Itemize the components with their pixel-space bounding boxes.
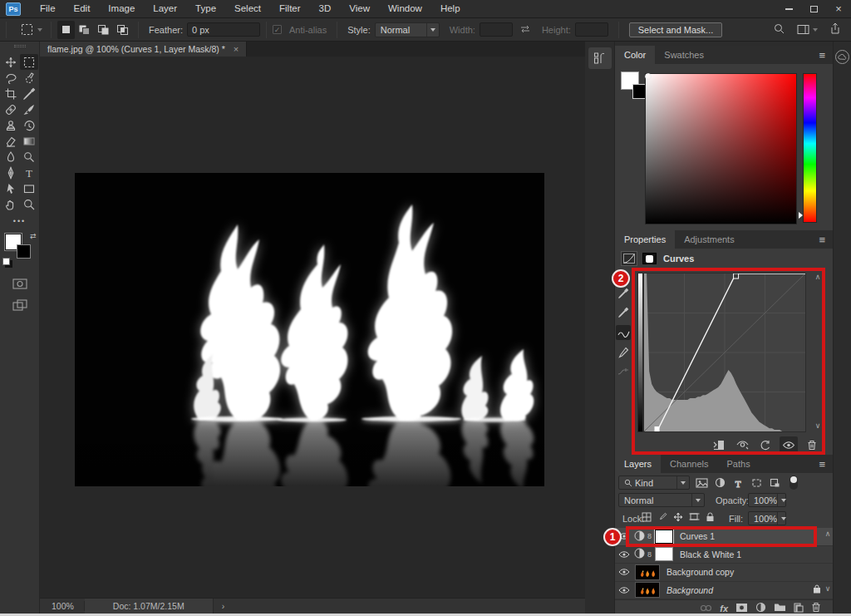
opacity-value-dropdown[interactable]: 100%	[748, 493, 786, 507]
filter-toggle-switch[interactable]	[790, 476, 798, 490]
saturation-brightness-picker[interactable]	[645, 73, 797, 224]
path-selection-tool[interactable]	[2, 180, 20, 196]
status-options-chevron[interactable]: ›	[214, 601, 234, 611]
menu-view[interactable]: View	[340, 0, 379, 17]
zoom-level-field[interactable]: 100%	[40, 601, 85, 611]
tab-swatches[interactable]: Swatches	[655, 46, 713, 64]
brush-tool[interactable]	[20, 101, 38, 117]
swap-colors-icon[interactable]: ⇄	[30, 232, 37, 240]
menu-select[interactable]: Select	[225, 0, 270, 17]
default-colors-icon[interactable]	[2, 258, 10, 265]
white-point-eyedropper-icon[interactable]	[616, 287, 631, 300]
panel-menu-icon[interactable]: ≡	[811, 46, 833, 64]
add-layer-mask-icon[interactable]	[735, 603, 748, 614]
selection-mode-subtract-button[interactable]	[94, 21, 113, 39]
link-layers-icon[interactable]	[700, 604, 712, 614]
zoom-tool[interactable]	[20, 196, 38, 212]
layer-name[interactable]: Black & White 1	[680, 549, 741, 559]
layer-name[interactable]: Curves 1	[680, 531, 715, 541]
canvas[interactable]	[40, 57, 585, 598]
panel-menu-icon[interactable]: ≡	[811, 455, 833, 473]
layer-row-curves-1[interactable]: 8 Curves 1	[615, 528, 833, 546]
clip-to-layer-icon[interactable]	[710, 436, 728, 453]
share-icon[interactable]	[829, 22, 841, 37]
menu-3d[interactable]: 3D	[310, 0, 341, 17]
new-group-folder-icon[interactable]	[774, 603, 786, 614]
scroll-up-icon[interactable]: ∧	[812, 273, 824, 281]
scroll-up-icon[interactable]: ∧	[822, 530, 834, 538]
style-dropdown[interactable]: Normal	[375, 22, 440, 37]
color-picker-marker[interactable]	[645, 73, 652, 80]
hue-slider[interactable]	[803, 73, 817, 223]
filter-adjustment-layers-icon[interactable]	[711, 476, 728, 490]
new-adjustment-layer-icon[interactable]	[755, 602, 766, 614]
rectangle-shape-tool[interactable]	[20, 180, 38, 196]
spot-healing-brush-tool[interactable]	[2, 101, 20, 117]
layer-row-black-white-1[interactable]: 8 Black & White 1	[615, 546, 833, 564]
quick-mask-mode-icon[interactable]	[12, 278, 27, 291]
menu-filter[interactable]: Filter	[270, 0, 310, 17]
lock-transparent-pixels-icon[interactable]	[642, 512, 652, 524]
filter-shape-layers-icon[interactable]	[748, 476, 765, 490]
creative-cloud-icon[interactable]	[835, 50, 849, 64]
menu-type[interactable]: Type	[186, 0, 225, 17]
lock-artboard-icon[interactable]	[689, 512, 700, 524]
blend-mode-dropdown[interactable]: Normal	[618, 493, 705, 507]
menu-window[interactable]: Window	[379, 0, 431, 17]
layer-row-background-copy[interactable]: Background copy	[615, 564, 833, 582]
selection-mode-intersect-button[interactable]	[113, 21, 132, 39]
anti-alias-checkbox[interactable]: ✓	[273, 25, 282, 34]
layer-name[interactable]: Background	[667, 585, 713, 595]
screen-mode-icon[interactable]	[12, 299, 27, 313]
menu-layer[interactable]: Layer	[144, 0, 186, 17]
edit-toolbar-ellipsis[interactable]: •••	[0, 217, 39, 225]
move-tool[interactable]	[2, 54, 20, 70]
workspace-switcher-icon[interactable]	[797, 24, 818, 35]
pen-tool[interactable]	[2, 165, 20, 180]
layer-thumbnail[interactable]	[635, 564, 660, 580]
black-point-eyedropper-icon[interactable]	[616, 306, 631, 319]
clone-stamp-tool[interactable]	[2, 117, 20, 133]
eyedropper-tool[interactable]	[20, 86, 38, 101]
tab-adjustments[interactable]: Adjustments	[675, 230, 744, 249]
layer-mask-thumbnail[interactable]	[655, 547, 673, 561]
new-layer-icon[interactable]	[794, 603, 804, 614]
filter-smart-objects-icon[interactable]	[766, 476, 783, 490]
swap-dimensions-icon[interactable]	[519, 24, 531, 36]
blur-tool[interactable]	[2, 149, 20, 165]
tab-paths[interactable]: Paths	[718, 455, 760, 473]
maximize-button[interactable]	[801, 0, 826, 17]
view-previous-state-icon[interactable]	[733, 436, 751, 453]
feather-input[interactable]: 0 px	[187, 22, 260, 37]
toggle-visibility-eye-icon[interactable]	[780, 436, 798, 453]
filter-pixel-layers-icon[interactable]	[693, 476, 710, 490]
tab-layers[interactable]: Layers	[615, 455, 661, 473]
current-tool-marquee-icon[interactable]	[17, 21, 45, 39]
tab-properties[interactable]: Properties	[615, 230, 675, 249]
tab-close-icon[interactable]: ×	[234, 44, 239, 54]
fill-value-dropdown[interactable]: 100%	[748, 511, 786, 525]
edit-points-curve-icon[interactable]	[616, 325, 631, 340]
selection-mode-new-button[interactable]	[57, 21, 75, 39]
smooth-curve-icon[interactable]	[616, 365, 631, 378]
quick-selection-tool[interactable]	[20, 70, 38, 86]
crop-tool[interactable]	[2, 86, 20, 101]
menu-file[interactable]: File	[31, 0, 65, 17]
visibility-eye-icon[interactable]	[615, 586, 633, 594]
layer-name[interactable]: Background copy	[667, 567, 734, 577]
lock-image-pixels-icon[interactable]	[657, 512, 667, 524]
curves-mask-thumbnail[interactable]	[642, 253, 657, 264]
filter-type-layers-icon[interactable]: T	[730, 476, 746, 490]
visibility-eye-icon[interactable]	[615, 550, 633, 559]
scroll-down-icon[interactable]: ∨	[812, 421, 824, 430]
gradient-tool[interactable]	[20, 133, 38, 149]
menu-help[interactable]: Help	[431, 0, 470, 17]
panel-menu-icon[interactable]: ≡	[811, 230, 833, 249]
selection-mode-add-button[interactable]	[75, 21, 94, 39]
tab-color[interactable]: Color	[615, 46, 655, 64]
layer-filter-dropdown[interactable]: Kind	[618, 476, 690, 490]
layer-thumbnail[interactable]	[635, 582, 660, 598]
minimize-button[interactable]	[776, 0, 801, 17]
history-brush-tool[interactable]	[20, 117, 38, 133]
height-input[interactable]	[575, 22, 608, 37]
